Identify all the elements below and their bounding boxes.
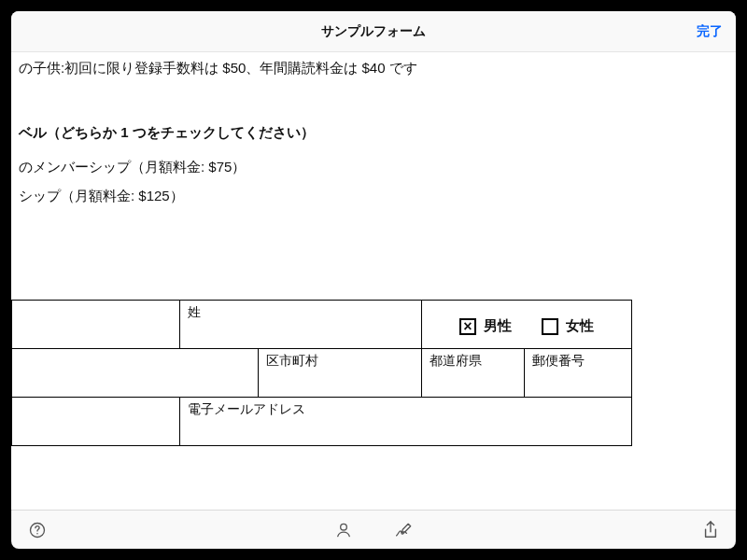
bottom-toolbar bbox=[11, 510, 736, 549]
sign-button[interactable] bbox=[394, 521, 415, 539]
gender-male-checkbox[interactable]: × 男性 bbox=[459, 317, 512, 335]
checkbox-checked-icon: × bbox=[459, 318, 476, 335]
last-name-cell[interactable]: 姓 bbox=[180, 301, 422, 349]
person-button[interactable] bbox=[334, 521, 353, 539]
page-title: サンプルフォーム bbox=[321, 23, 426, 40]
sign-icon bbox=[394, 521, 415, 539]
gender-male-label: 男性 bbox=[484, 317, 512, 335]
gender-female-label: 女性 bbox=[566, 317, 594, 335]
person-icon bbox=[334, 521, 353, 539]
first-name-cell[interactable] bbox=[12, 301, 180, 349]
svg-point-2 bbox=[341, 524, 347, 530]
form-text-block: の子供:初回に限り登録手数料は $50、年間購読料金は $40 です ベル（どち… bbox=[19, 60, 717, 217]
gender-cell: × 男性 女性 bbox=[422, 301, 632, 349]
phone-cell[interactable] bbox=[12, 398, 180, 446]
share-icon bbox=[702, 520, 719, 540]
titlebar: サンプルフォーム 完了 bbox=[11, 11, 736, 52]
help-button[interactable] bbox=[28, 521, 47, 539]
svg-point-1 bbox=[36, 533, 38, 535]
gender-female-checkbox[interactable]: 女性 bbox=[542, 317, 594, 335]
email-cell[interactable]: 電子メールアドレス bbox=[180, 398, 632, 446]
street-cell[interactable] bbox=[12, 349, 259, 398]
level-heading: ベル（どちらか 1 つをチェックしてください） bbox=[19, 124, 717, 142]
personal-info-table: 姓 × 男性 女性 bbox=[11, 300, 632, 446]
done-button[interactable]: 完了 bbox=[697, 11, 723, 51]
prefecture-cell[interactable]: 都道府県 bbox=[422, 349, 525, 398]
city-cell[interactable]: 区市町村 bbox=[259, 349, 422, 398]
share-button[interactable] bbox=[702, 520, 719, 540]
child-fee-line: の子供:初回に限り登録手数料は $50、年間購読料金は $40 です bbox=[19, 60, 717, 77]
membership-option-2: シップ（月額料金: $125） bbox=[19, 188, 717, 205]
help-icon bbox=[28, 521, 47, 539]
document-viewport[interactable]: の子供:初回に限り登録手数料は $50、年間購読料金は $40 です ベル（どち… bbox=[11, 52, 736, 510]
checkbox-empty-icon bbox=[542, 318, 558, 335]
membership-option-1: のメンバーシップ（月額料金: $75） bbox=[19, 159, 717, 176]
postal-cell[interactable]: 郵便番号 bbox=[525, 349, 632, 398]
